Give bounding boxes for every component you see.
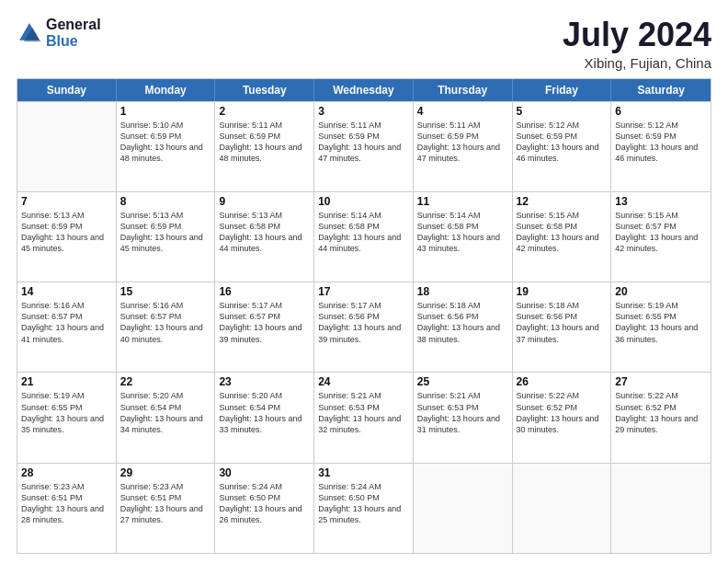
- day-number: 17: [318, 285, 409, 298]
- cal-cell-3-7: 20Sunrise: 5:19 AM Sunset: 6:55 PM Dayli…: [611, 282, 711, 372]
- cell-info: Sunrise: 5:14 AM Sunset: 6:58 PM Dayligh…: [417, 210, 508, 255]
- cal-cell-2-4: 10Sunrise: 5:14 AM Sunset: 6:58 PM Dayli…: [314, 192, 414, 282]
- cell-info: Sunrise: 5:21 AM Sunset: 6:53 PM Dayligh…: [417, 390, 508, 435]
- cal-cell-1-3: 2Sunrise: 5:11 AM Sunset: 6:59 PM Daylig…: [215, 102, 314, 191]
- header-day-friday: Friday: [513, 79, 612, 101]
- header-day-monday: Monday: [117, 79, 216, 101]
- day-number: 1: [120, 105, 211, 118]
- cal-cell-2-3: 9Sunrise: 5:13 AM Sunset: 6:58 PM Daylig…: [215, 192, 314, 282]
- cal-cell-2-2: 8Sunrise: 5:13 AM Sunset: 6:59 PM Daylig…: [117, 192, 216, 282]
- cell-info: Sunrise: 5:20 AM Sunset: 6:54 PM Dayligh…: [219, 390, 310, 435]
- day-number: 27: [615, 375, 707, 388]
- cell-info: Sunrise: 5:24 AM Sunset: 6:50 PM Dayligh…: [318, 481, 409, 526]
- cal-cell-3-6: 19Sunrise: 5:18 AM Sunset: 6:56 PM Dayli…: [513, 282, 612, 372]
- cell-info: Sunrise: 5:23 AM Sunset: 6:51 PM Dayligh…: [21, 481, 112, 526]
- day-number: 5: [517, 105, 608, 118]
- cell-info: Sunrise: 5:18 AM Sunset: 6:56 PM Dayligh…: [417, 300, 508, 345]
- day-number: 23: [219, 375, 310, 388]
- cell-info: Sunrise: 5:11 AM Sunset: 6:59 PM Dayligh…: [318, 120, 409, 165]
- cal-cell-3-4: 17Sunrise: 5:17 AM Sunset: 6:56 PM Dayli…: [314, 282, 414, 372]
- cell-info: Sunrise: 5:12 AM Sunset: 6:59 PM Dayligh…: [615, 120, 707, 165]
- logo: General Blue: [17, 17, 101, 50]
- cal-cell-5-2: 29Sunrise: 5:23 AM Sunset: 6:51 PM Dayli…: [117, 464, 216, 553]
- week-row-4: 21Sunrise: 5:19 AM Sunset: 6:55 PM Dayli…: [17, 372, 711, 462]
- header-day-thursday: Thursday: [414, 79, 513, 101]
- cell-info: Sunrise: 5:20 AM Sunset: 6:54 PM Dayligh…: [120, 390, 211, 435]
- cell-info: Sunrise: 5:12 AM Sunset: 6:59 PM Dayligh…: [517, 120, 608, 165]
- cal-cell-4-6: 26Sunrise: 5:22 AM Sunset: 6:52 PM Dayli…: [513, 373, 612, 462]
- cal-cell-4-3: 23Sunrise: 5:20 AM Sunset: 6:54 PM Dayli…: [215, 373, 314, 462]
- cell-info: Sunrise: 5:19 AM Sunset: 6:55 PM Dayligh…: [615, 300, 707, 345]
- day-number: 22: [120, 375, 211, 388]
- logo-icon: [17, 20, 42, 46]
- week-row-2: 7Sunrise: 5:13 AM Sunset: 6:59 PM Daylig…: [17, 191, 711, 282]
- cell-info: Sunrise: 5:22 AM Sunset: 6:52 PM Dayligh…: [615, 390, 707, 435]
- header-day-tuesday: Tuesday: [215, 79, 314, 101]
- cell-info: Sunrise: 5:19 AM Sunset: 6:55 PM Dayligh…: [21, 390, 112, 435]
- cal-cell-1-2: 1Sunrise: 5:10 AM Sunset: 6:59 PM Daylig…: [117, 102, 216, 191]
- cal-cell-1-5: 4Sunrise: 5:11 AM Sunset: 6:59 PM Daylig…: [414, 102, 513, 191]
- title-block: July 2024 Xibing, Fujian, China: [563, 17, 711, 71]
- day-number: 12: [517, 195, 608, 208]
- cal-cell-2-5: 11Sunrise: 5:14 AM Sunset: 6:58 PM Dayli…: [414, 192, 513, 282]
- cal-cell-4-2: 22Sunrise: 5:20 AM Sunset: 6:54 PM Dayli…: [117, 373, 216, 462]
- day-number: 26: [517, 375, 608, 388]
- day-number: 11: [417, 195, 508, 208]
- week-row-1: 1Sunrise: 5:10 AM Sunset: 6:59 PM Daylig…: [17, 101, 711, 191]
- cal-cell-1-4: 3Sunrise: 5:11 AM Sunset: 6:59 PM Daylig…: [314, 102, 414, 191]
- month-title: July 2024: [563, 17, 711, 53]
- cell-info: Sunrise: 5:11 AM Sunset: 6:59 PM Dayligh…: [219, 120, 310, 165]
- cal-cell-5-6: [513, 464, 612, 553]
- header-day-wednesday: Wednesday: [314, 79, 414, 101]
- day-number: 30: [219, 466, 310, 479]
- cell-info: Sunrise: 5:13 AM Sunset: 6:59 PM Dayligh…: [120, 210, 211, 255]
- cell-info: Sunrise: 5:14 AM Sunset: 6:58 PM Dayligh…: [318, 210, 409, 255]
- day-number: 13: [615, 195, 707, 208]
- day-number: 14: [21, 285, 112, 298]
- day-number: 15: [120, 285, 211, 298]
- cal-cell-2-1: 7Sunrise: 5:13 AM Sunset: 6:59 PM Daylig…: [17, 192, 117, 282]
- cal-cell-4-1: 21Sunrise: 5:19 AM Sunset: 6:55 PM Dayli…: [17, 373, 117, 462]
- cal-cell-4-4: 24Sunrise: 5:21 AM Sunset: 6:53 PM Dayli…: [314, 373, 414, 462]
- header-day-sunday: Sunday: [17, 79, 117, 101]
- day-number: 8: [120, 195, 211, 208]
- week-row-5: 28Sunrise: 5:23 AM Sunset: 6:51 PM Dayli…: [17, 463, 711, 553]
- day-number: 20: [615, 285, 707, 298]
- day-number: 6: [615, 105, 707, 118]
- day-number: 9: [219, 195, 310, 208]
- day-number: 3: [318, 105, 409, 118]
- cell-info: Sunrise: 5:24 AM Sunset: 6:50 PM Dayligh…: [219, 481, 310, 526]
- cal-cell-2-6: 12Sunrise: 5:15 AM Sunset: 6:58 PM Dayli…: [513, 192, 612, 282]
- cal-cell-3-3: 16Sunrise: 5:17 AM Sunset: 6:57 PM Dayli…: [215, 282, 314, 372]
- day-number: 19: [517, 285, 608, 298]
- day-number: 24: [318, 375, 409, 388]
- cell-info: Sunrise: 5:11 AM Sunset: 6:59 PM Dayligh…: [417, 120, 508, 165]
- cal-cell-5-3: 30Sunrise: 5:24 AM Sunset: 6:50 PM Dayli…: [215, 464, 314, 553]
- location: Xibing, Fujian, China: [563, 55, 711, 71]
- cell-info: Sunrise: 5:18 AM Sunset: 6:56 PM Dayligh…: [517, 300, 608, 345]
- cal-cell-4-7: 27Sunrise: 5:22 AM Sunset: 6:52 PM Dayli…: [611, 373, 711, 462]
- cell-info: Sunrise: 5:13 AM Sunset: 6:58 PM Dayligh…: [219, 210, 310, 255]
- cell-info: Sunrise: 5:17 AM Sunset: 6:57 PM Dayligh…: [219, 300, 310, 345]
- cal-cell-4-5: 25Sunrise: 5:21 AM Sunset: 6:53 PM Dayli…: [414, 373, 513, 462]
- cell-info: Sunrise: 5:13 AM Sunset: 6:59 PM Dayligh…: [21, 210, 112, 255]
- cal-cell-2-7: 13Sunrise: 5:15 AM Sunset: 6:57 PM Dayli…: [611, 192, 711, 282]
- cell-info: Sunrise: 5:16 AM Sunset: 6:57 PM Dayligh…: [21, 300, 112, 345]
- cal-cell-1-6: 5Sunrise: 5:12 AM Sunset: 6:59 PM Daylig…: [513, 102, 612, 191]
- cell-info: Sunrise: 5:15 AM Sunset: 6:57 PM Dayligh…: [615, 210, 707, 255]
- cell-info: Sunrise: 5:16 AM Sunset: 6:57 PM Dayligh…: [120, 300, 211, 345]
- logo-text: General Blue: [46, 17, 101, 50]
- day-number: 2: [219, 105, 310, 118]
- cal-cell-5-5: [414, 464, 513, 553]
- cal-cell-3-2: 15Sunrise: 5:16 AM Sunset: 6:57 PM Dayli…: [117, 282, 216, 372]
- cal-cell-5-4: 31Sunrise: 5:24 AM Sunset: 6:50 PM Dayli…: [314, 464, 414, 553]
- day-number: 28: [21, 466, 112, 479]
- header: General Blue July 2024 Xibing, Fujian, C…: [17, 17, 711, 71]
- calendar: SundayMondayTuesdayWednesdayThursdayFrid…: [17, 78, 711, 554]
- day-number: 4: [417, 105, 508, 118]
- day-number: 18: [417, 285, 508, 298]
- day-number: 21: [21, 375, 112, 388]
- cell-info: Sunrise: 5:17 AM Sunset: 6:56 PM Dayligh…: [318, 300, 409, 345]
- cal-cell-3-5: 18Sunrise: 5:18 AM Sunset: 6:56 PM Dayli…: [414, 282, 513, 372]
- cal-cell-5-1: 28Sunrise: 5:23 AM Sunset: 6:51 PM Dayli…: [17, 464, 117, 553]
